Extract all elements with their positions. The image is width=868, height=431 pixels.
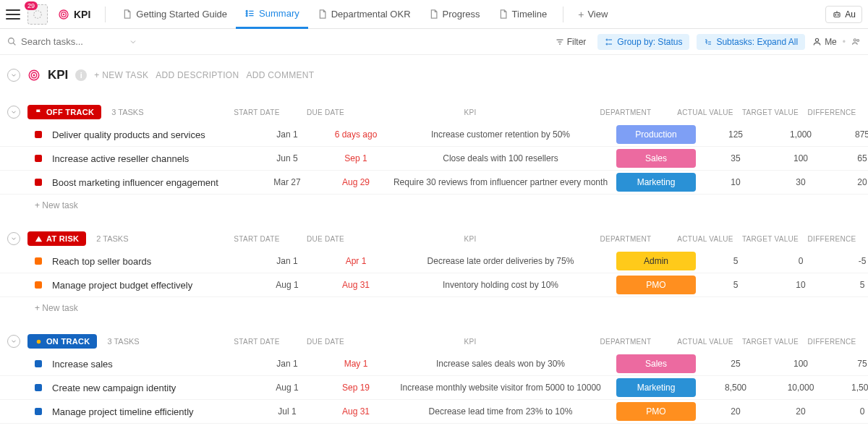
task-row[interactable]: Manage project timeline efficientlyJul 1…: [0, 400, 868, 424]
cell-actual[interactable]: 25: [703, 359, 768, 369]
task-row[interactable]: Increase active reseller channelsJun 5Se…: [0, 147, 868, 171]
cell-actual[interactable]: 20: [703, 406, 768, 417]
cell-difference[interactable]: 20: [833, 177, 868, 187]
cell-due-date[interactable]: Aug 31: [320, 280, 392, 290]
cell-due-date[interactable]: Sep 19: [320, 383, 392, 393]
task-name: Increase sales: [52, 359, 255, 370]
task-row[interactable]: Boost marketing influencer engagementMar…: [0, 171, 868, 195]
cell-department[interactable]: Sales: [609, 354, 703, 373]
cell-kpi[interactable]: Decrease lead time from 23% to 10%: [392, 406, 609, 417]
svg-point-4: [246, 10, 247, 12]
cell-due-date[interactable]: Aug 29: [320, 177, 392, 187]
cell-start-date[interactable]: Jun 5: [255, 153, 320, 163]
cell-department[interactable]: Marketing: [609, 378, 703, 397]
status-badge[interactable]: ON TRACK: [27, 334, 97, 349]
cell-actual[interactable]: 35: [703, 153, 768, 163]
svg-point-3: [63, 14, 64, 14]
new-task-button[interactable]: + New task: [0, 195, 868, 216]
cell-start-date[interactable]: Jan 1: [255, 359, 320, 369]
cell-actual[interactable]: 10: [703, 177, 768, 187]
collapse-group-button[interactable]: [7, 335, 20, 348]
cell-start-date[interactable]: Mar 27: [255, 177, 320, 187]
svg-point-19: [37, 339, 41, 343]
person-icon: [812, 37, 822, 46]
cell-kpi[interactable]: Close deals with 100 resellers: [392, 153, 609, 163]
cell-target[interactable]: 0: [768, 256, 833, 266]
task-row[interactable]: Create new campaign identityAug 1Sep 19I…: [0, 376, 868, 400]
cell-due-date[interactable]: Aug 31: [320, 406, 392, 417]
cell-difference[interactable]: 875: [833, 129, 868, 140]
cell-target[interactable]: 20: [768, 406, 833, 417]
add-view-button[interactable]: + View: [571, 9, 615, 20]
new-task-button[interactable]: + New task: [0, 297, 868, 319]
cell-due-date[interactable]: 6 days ago: [320, 129, 392, 140]
status-badge[interactable]: AT RISK: [27, 231, 86, 246]
subtasks-button[interactable]: Subtasks: Expand All: [697, 34, 805, 50]
cell-start-date[interactable]: Jul 1: [255, 406, 320, 417]
cell-difference[interactable]: 65: [833, 153, 868, 163]
menu-icon[interactable]: [6, 9, 20, 20]
cell-start-date[interactable]: Aug 1: [255, 383, 320, 393]
cell-target[interactable]: 100: [768, 359, 833, 369]
cell-due-date[interactable]: Apr 1: [320, 256, 392, 266]
task-row[interactable]: Deliver quality products and servicesJan…: [0, 123, 868, 147]
chevron-down-icon[interactable]: [129, 38, 137, 46]
cell-difference[interactable]: 0: [833, 406, 868, 417]
me-button[interactable]: Me •: [812, 37, 861, 47]
people-icon[interactable]: [851, 37, 861, 46]
cell-actual[interactable]: 5: [703, 256, 768, 266]
cell-target[interactable]: 10,000: [768, 383, 833, 393]
add-comment-button[interactable]: ADD COMMENT: [246, 70, 314, 80]
cell-kpi[interactable]: Increase sales deals won by 30%: [392, 359, 609, 369]
cell-target[interactable]: 100: [768, 153, 833, 163]
cell-actual[interactable]: 125: [703, 129, 768, 140]
cell-target[interactable]: 30: [768, 177, 833, 187]
cell-due-date[interactable]: May 1: [320, 359, 392, 369]
search-input[interactable]: [21, 36, 108, 47]
tab-getting-started-guide[interactable]: Getting Started Guide: [113, 0, 236, 29]
cell-department[interactable]: Marketing: [609, 173, 703, 192]
collapse-all-button[interactable]: [7, 69, 20, 82]
cell-department[interactable]: PMO: [609, 402, 703, 421]
filter-button[interactable]: Filter: [551, 34, 591, 50]
cell-start-date[interactable]: Jan 1: [255, 129, 320, 140]
task-row[interactable]: Increase salesJan 1May 1Increase sales d…: [0, 352, 868, 376]
cell-target[interactable]: 1,000: [768, 129, 833, 140]
cell-actual[interactable]: 8,500: [703, 383, 768, 393]
tab-progress[interactable]: Progress: [420, 0, 489, 29]
cell-department[interactable]: Production: [609, 125, 703, 144]
cell-due-date[interactable]: Sep 1: [320, 153, 392, 163]
cell-difference[interactable]: -5: [833, 256, 868, 266]
cell-kpi[interactable]: Require 30 reviews from influencer partn…: [392, 177, 609, 187]
info-icon[interactable]: i: [75, 69, 87, 81]
status-badge[interactable]: OFF TRACK: [27, 105, 101, 119]
cell-difference[interactable]: 5: [833, 280, 868, 290]
search-input-wrap[interactable]: [7, 36, 137, 47]
automation-button[interactable]: Au: [825, 6, 862, 23]
cell-department[interactable]: PMO: [609, 276, 703, 294]
cell-start-date[interactable]: Aug 1: [255, 280, 320, 290]
task-row[interactable]: Reach top seller boardsJan 1Apr 1Decreas…: [0, 249, 868, 273]
tab-departmental-okr[interactable]: Departmental OKR: [308, 0, 420, 29]
cell-department[interactable]: Sales: [609, 149, 703, 168]
divider: [105, 7, 106, 22]
cell-actual[interactable]: 5: [703, 280, 768, 290]
cell-kpi[interactable]: Inventory holding cost by 10%: [392, 280, 609, 290]
new-task-button[interactable]: + NEW TASK: [94, 70, 148, 80]
cell-kpi[interactable]: Increase customer retention by 50%: [392, 129, 609, 140]
cell-target[interactable]: 10: [768, 280, 833, 290]
add-description-button[interactable]: ADD DESCRIPTION: [156, 70, 239, 80]
cell-difference[interactable]: 75: [833, 359, 868, 369]
collapse-group-button[interactable]: [7, 106, 20, 119]
app-icon-slot[interactable]: 29: [27, 4, 48, 25]
cell-start-date[interactable]: Jan 1: [255, 256, 320, 266]
groupby-button[interactable]: Group by: Status: [597, 34, 689, 50]
task-row[interactable]: Manage project budget effectivelyAug 1Au…: [0, 273, 868, 297]
tab-summary[interactable]: Summary: [236, 0, 308, 29]
cell-kpi[interactable]: Increase monthly website visitor from 50…: [392, 383, 609, 393]
cell-difference[interactable]: 1,500: [833, 383, 868, 393]
collapse-group-button[interactable]: [7, 232, 20, 245]
cell-kpi[interactable]: Decrease late order deliveries by 75%: [392, 256, 609, 266]
tab-timeline[interactable]: Timeline: [489, 0, 556, 29]
cell-department[interactable]: Admin: [609, 252, 703, 270]
